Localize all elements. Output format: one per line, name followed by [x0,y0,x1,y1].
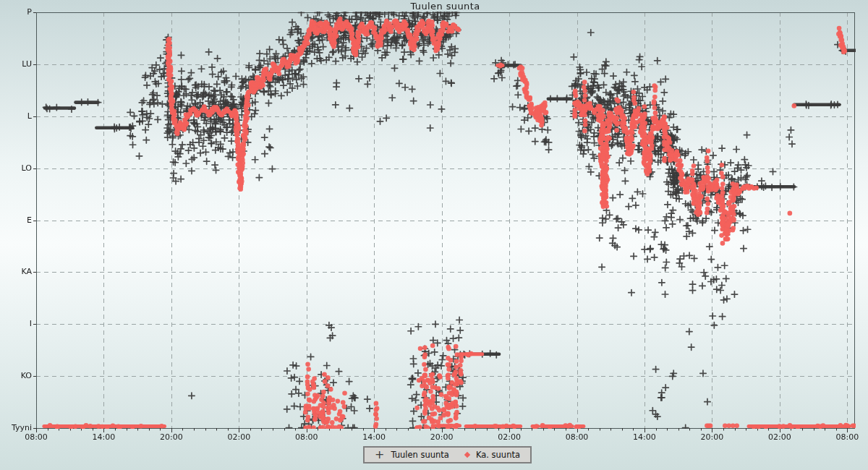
wind-direction-chart: Tuulen suunta PLULLOEKAIKOTyyni 08:0014:… [0,0,868,470]
x-axis-label: 20:00 [151,432,192,442]
legend-label-avg: Ka. suunta [476,450,520,460]
chart-title: Tuulen suunta [36,1,854,12]
x-axis-label: 02:00 [218,432,259,442]
diamond-marker-icon [464,452,470,458]
x-axis-label: 08:00 [286,432,327,442]
x-axis-label: 14:00 [354,432,394,442]
y-axis-label: LO [0,163,32,173]
x-axis-label: 14:00 [83,432,124,442]
y-axis-label: LU [0,59,32,69]
x-axis-label: 20:00 [422,432,462,442]
x-axis-label: 02:00 [760,432,800,442]
y-axis-label: KO [0,371,32,380]
x-axis-label: 14:00 [624,432,665,442]
x-axis-label: 02:00 [489,432,529,442]
y-axis-label: E [0,215,32,225]
legend: + Tuulen suunta Ka. suunta [363,446,532,463]
x-axis-label: 08:00 [827,432,867,442]
y-axis-label: KA [0,267,32,276]
legend-label-wind: Tuulen suunta [391,450,448,460]
chart-canvas [0,0,868,470]
x-axis-label: 20:00 [692,432,732,442]
y-axis-label: L [0,111,32,121]
y-axis-label: Tyyni [0,423,32,432]
x-axis-label: 08:00 [16,432,56,442]
x-axis-label: 08:00 [557,432,597,442]
y-axis-label: I [0,319,32,328]
y-axis-label: P [0,7,32,17]
plus-marker-icon: + [375,449,384,461]
